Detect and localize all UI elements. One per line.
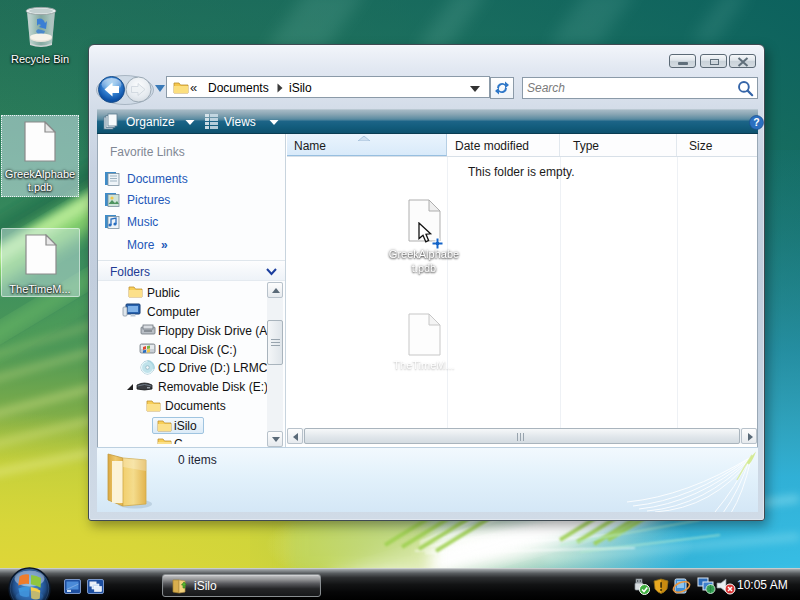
svg-text:?: ? [753, 116, 759, 128]
